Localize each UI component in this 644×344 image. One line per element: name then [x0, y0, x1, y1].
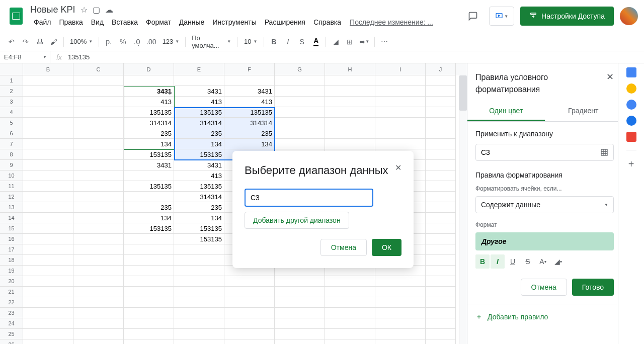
menu-format[interactable]: Формат: [142, 16, 175, 28]
decimal-dec-icon[interactable]: .0̩: [130, 35, 143, 48]
cell-I22[interactable]: [375, 297, 426, 308]
cell-D1[interactable]: [124, 75, 174, 86]
merge-icon[interactable]: ⬌▼: [357, 35, 371, 48]
last-edit-link[interactable]: Последнее изменение: ...: [350, 18, 433, 26]
comments-icon[interactable]: [463, 6, 483, 26]
cell-C20[interactable]: [73, 276, 124, 287]
cell-E22[interactable]: [174, 297, 224, 308]
menu-file[interactable]: Файл: [30, 16, 54, 28]
cell-H26[interactable]: [325, 339, 375, 344]
cell-E25[interactable]: [174, 329, 224, 339]
cell-C4[interactable]: [73, 107, 124, 118]
italic-icon[interactable]: I: [281, 35, 294, 48]
row-header[interactable]: 10: [0, 170, 23, 181]
cell-I2[interactable]: [375, 86, 426, 97]
cell-B19[interactable]: [23, 266, 73, 276]
cell-J9[interactable]: [426, 160, 456, 170]
cell-C12[interactable]: [73, 192, 124, 202]
cell-D17[interactable]: [124, 244, 174, 255]
cell-D5[interactable]: 314314: [124, 118, 174, 128]
cell-B13[interactable]: [23, 202, 73, 213]
cell-J23[interactable]: [426, 308, 456, 318]
dialog-ok-button[interactable]: ОК: [372, 239, 401, 256]
cell-C5[interactable]: [73, 118, 124, 128]
cell-J8[interactable]: [426, 149, 456, 160]
fmt-strike-icon[interactable]: S: [521, 254, 535, 269]
cell-E21[interactable]: [174, 287, 224, 297]
cell-G5[interactable]: [275, 118, 325, 128]
redo-icon[interactable]: ↷: [19, 35, 32, 48]
cell-B15[interactable]: [23, 223, 73, 234]
currency-icon[interactable]: р.: [102, 35, 115, 48]
cell-E7[interactable]: 134: [174, 139, 224, 149]
row-header[interactable]: 18: [0, 255, 23, 266]
cell-I1[interactable]: [375, 75, 426, 86]
row-header[interactable]: 20: [0, 276, 23, 287]
cell-C1[interactable]: [73, 75, 124, 86]
fmt-underline-icon[interactable]: U: [506, 254, 520, 269]
menu-extensions[interactable]: Расширения: [261, 16, 309, 28]
cell-B6[interactable]: [23, 128, 73, 139]
row-header[interactable]: 15: [0, 223, 23, 234]
cell-D23[interactable]: [124, 308, 174, 318]
cell-J10[interactable]: [426, 170, 456, 181]
cell-C18[interactable]: [73, 255, 124, 266]
cell-G23[interactable]: [275, 308, 325, 318]
cell-B1[interactable]: [23, 75, 73, 86]
cell-E11[interactable]: 135135: [174, 181, 224, 192]
cell-B16[interactable]: [23, 234, 73, 244]
cell-J22[interactable]: [426, 297, 456, 308]
cell-B14[interactable]: [23, 213, 73, 223]
cell-G1[interactable]: [275, 75, 325, 86]
menu-tools[interactable]: Инструменты: [209, 16, 260, 28]
cell-H21[interactable]: [325, 287, 375, 297]
cell-G3[interactable]: [275, 97, 325, 107]
cell-G26[interactable]: [275, 339, 325, 344]
cell-E20[interactable]: [174, 276, 224, 287]
cell-G21[interactable]: [275, 287, 325, 297]
cell-B20[interactable]: [23, 276, 73, 287]
cell-J17[interactable]: [426, 244, 456, 255]
cell-B23[interactable]: [23, 308, 73, 318]
fill-color-icon[interactable]: ◢: [329, 35, 342, 48]
cell-B10[interactable]: [23, 170, 73, 181]
present-button[interactable]: ▼: [489, 7, 514, 26]
cell-I3[interactable]: [375, 97, 426, 107]
row-header[interactable]: 21: [0, 287, 23, 297]
cell-B9[interactable]: [23, 160, 73, 170]
name-box[interactable]: E4:F8▼: [0, 51, 50, 63]
cell-D4[interactable]: 135135: [124, 107, 174, 118]
dialog-cancel-button[interactable]: Отмена: [320, 239, 367, 256]
row-header[interactable]: 8: [0, 149, 23, 160]
col-J[interactable]: J: [426, 63, 456, 75]
cell-J21[interactable]: [426, 287, 456, 297]
cell-I25[interactable]: [375, 329, 426, 339]
row-header[interactable]: 19: [0, 266, 23, 276]
cell-J6[interactable]: [426, 128, 456, 139]
percent-icon[interactable]: %: [116, 35, 129, 48]
cell-G20[interactable]: [275, 276, 325, 287]
row-header[interactable]: 9: [0, 160, 23, 170]
cell-D6[interactable]: 235: [124, 128, 174, 139]
tab-gradient[interactable]: Градиент: [545, 102, 618, 121]
col-I[interactable]: I: [375, 63, 426, 75]
cell-F7[interactable]: 134: [224, 139, 275, 149]
fmt-text-color-icon[interactable]: A▾: [536, 254, 550, 269]
fmt-italic-icon[interactable]: I: [491, 254, 505, 269]
cell-H5[interactable]: [325, 118, 375, 128]
col-H[interactable]: H: [325, 63, 375, 75]
cell-G7[interactable]: [275, 139, 325, 149]
cloud-icon[interactable]: ☁: [105, 5, 113, 15]
cell-B25[interactable]: [23, 329, 73, 339]
row-header[interactable]: 13: [0, 202, 23, 213]
cell-J1[interactable]: [426, 75, 456, 86]
cell-D11[interactable]: 135135: [124, 181, 174, 192]
cell-I6[interactable]: [375, 128, 426, 139]
cell-J7[interactable]: [426, 139, 456, 149]
share-button[interactable]: Настройки Доступа: [520, 7, 614, 26]
cell-D14[interactable]: 134: [124, 213, 174, 223]
cell-C15[interactable]: [73, 223, 124, 234]
cell-H1[interactable]: [325, 75, 375, 86]
cell-H22[interactable]: [325, 297, 375, 308]
select-all-corner[interactable]: [0, 63, 23, 75]
